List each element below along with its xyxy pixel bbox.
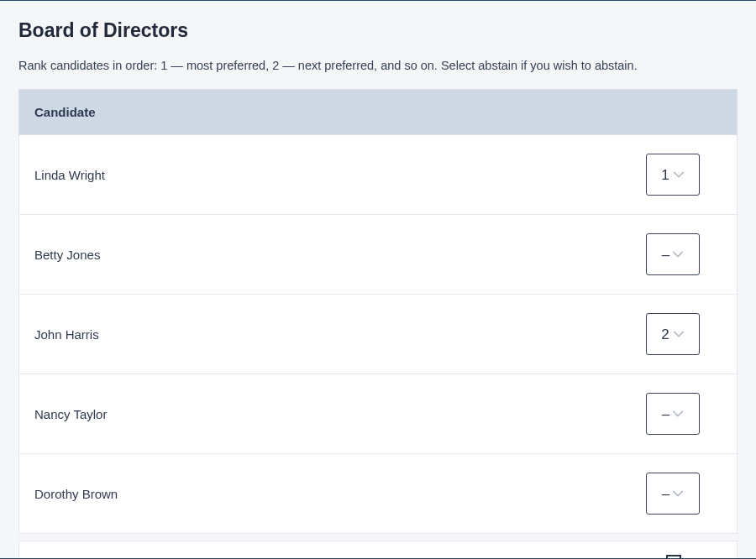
chevron-down-icon <box>673 328 685 340</box>
abstain-label: Abstain <box>34 556 76 559</box>
candidate-name: Linda Wright <box>34 168 105 182</box>
candidate-row: Betty Jones – <box>19 215 737 294</box>
candidate-row: Nancy Taylor – <box>19 374 737 453</box>
rank-select[interactable]: – <box>646 473 700 515</box>
candidate-name: Dorothy Brown <box>34 487 118 501</box>
rank-select[interactable]: 2 <box>646 313 700 355</box>
rank-value: – <box>662 248 669 262</box>
rank-select[interactable]: – <box>646 233 700 275</box>
candidate-name: Nancy Taylor <box>34 407 107 421</box>
candidate-name: Betty Jones <box>34 248 100 262</box>
page-title: Board of Directors <box>18 19 738 42</box>
rank-value: – <box>662 407 669 421</box>
ballot-page: Board of Directors Rank candidates in or… <box>0 1 756 559</box>
candidate-row: John Harris 2 <box>19 295 737 374</box>
candidate-column-header: Candidate <box>19 90 738 135</box>
candidate-table-body: Linda Wright 1 Betty Jones <box>19 135 738 534</box>
chevron-down-icon <box>672 248 684 260</box>
candidate-row: Dorothy Brown – <box>19 454 737 533</box>
rank-value: 2 <box>661 327 669 342</box>
ranking-instructions: Rank candidates in order: 1 — most prefe… <box>18 57 738 74</box>
rank-value: – <box>662 487 669 501</box>
rank-select[interactable]: – <box>646 393 700 435</box>
rank-select[interactable]: 1 <box>646 154 700 196</box>
candidate-name: John Harris <box>34 327 99 342</box>
chevron-down-icon <box>673 169 685 180</box>
candidate-table: Candidate Linda Wright 1 <box>18 89 738 534</box>
chevron-down-icon <box>672 488 684 499</box>
chevron-down-icon <box>672 408 684 420</box>
abstain-checkbox[interactable] <box>666 555 681 559</box>
abstain-row: Abstain <box>18 541 738 559</box>
candidate-row: Linda Wright 1 <box>19 135 737 214</box>
rank-value: 1 <box>661 168 669 182</box>
